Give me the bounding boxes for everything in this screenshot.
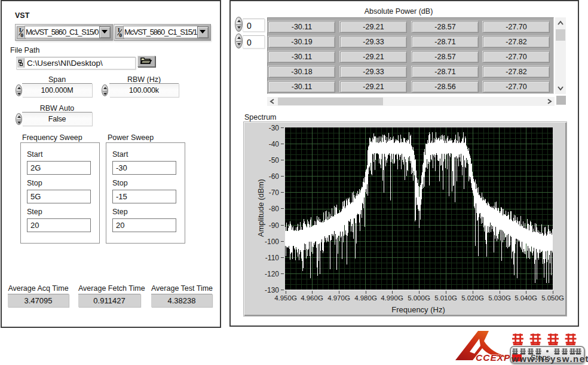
svg-text:0: 0 (120, 32, 122, 38)
svg-text:0: 0 (21, 32, 24, 38)
svg-text:CCEXP: CCEXP (476, 352, 510, 363)
